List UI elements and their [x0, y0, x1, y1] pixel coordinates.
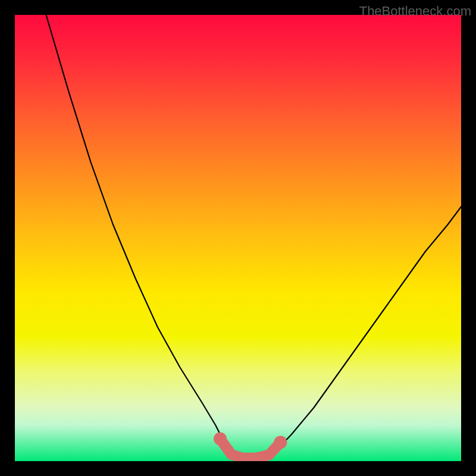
highlight-band — [220, 439, 280, 458]
curve-curve-right — [274, 207, 461, 453]
highlight-dot-1 — [274, 436, 287, 449]
chart-frame — [15, 15, 461, 461]
chart-svg — [15, 15, 461, 461]
curve-curve-left — [46, 15, 231, 455]
highlight-dot-0 — [214, 433, 227, 446]
watermark-text: TheBottleneck.com — [359, 4, 471, 19]
